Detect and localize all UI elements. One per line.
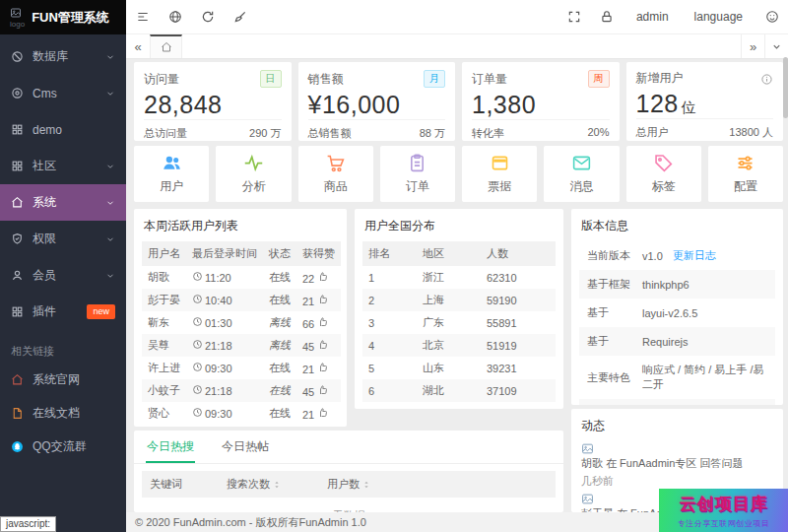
column-header: 关键词	[150, 477, 182, 492]
watermark-subtitle: 专注分享互联网创业项目	[678, 518, 770, 529]
column-header: 人数	[481, 241, 556, 266]
sidebar-item-label: 社区	[33, 158, 56, 174]
sidebar-item-system[interactable]: 系统	[0, 184, 126, 221]
version-row: 主要特色响应式 / 简约 / 易上手 /易二开	[579, 356, 775, 399]
clock-icon	[192, 294, 203, 304]
home-icon	[11, 196, 24, 209]
sidebar-item-database[interactable]: 数据库	[0, 38, 126, 75]
link-status-tooltip: javascript:	[0, 516, 56, 532]
column-header: 获得赞	[296, 241, 341, 266]
quick-nav-settings[interactable]: 配置	[708, 146, 783, 202]
admin-menu[interactable]: admin	[624, 10, 682, 24]
quick-nav-messages[interactable]: 消息	[544, 146, 619, 202]
stat-card-sales: 销售额月 ¥16,000 总销售额88 万	[298, 62, 456, 141]
topbar: admin language	[126, 0, 788, 34]
stat-value: 28,848	[144, 91, 282, 119]
fullscreen-button[interactable]	[558, 0, 591, 34]
new-badge: new	[87, 304, 115, 319]
site-home-button[interactable]	[159, 0, 191, 34]
version-info-panel: 版本信息 当前版本v1.0更新日志 基于框架thinkphp6 基于layui-…	[571, 209, 783, 405]
table-row: 胡歌11:20在线22	[142, 266, 341, 289]
lock-screen-button[interactable]	[591, 0, 624, 34]
column-header: 状态	[263, 241, 296, 266]
version-row: 当前版本v1.0更新日志	[579, 241, 775, 270]
thumbs-up-icon	[317, 339, 329, 351]
tab-hot-search[interactable]: 今日热搜	[146, 431, 195, 463]
quick-nav-tags[interactable]: 标签	[626, 146, 701, 202]
broken-image-icon	[581, 442, 594, 455]
sidebar-item-community[interactable]: 社区	[0, 148, 126, 184]
stat-footer-value: 290 万	[249, 126, 281, 141]
hot-table-header: 关键词 搜索次数 用户数	[142, 471, 556, 498]
sort-icon[interactable]	[361, 480, 371, 490]
info-icon[interactable]	[760, 71, 773, 85]
activity-item: 胡歌 在 FunAadmin专区 回答问题 几秒前	[571, 441, 783, 492]
sidebar-item-addons[interactable]: 插件 new	[0, 294, 126, 330]
link-label: 系统官网	[33, 371, 80, 388]
broom-icon	[233, 10, 247, 24]
changelog-link[interactable]: 更新日志	[673, 248, 716, 263]
menu-icon	[136, 10, 150, 24]
quick-nav-goods[interactable]: 商品	[298, 146, 373, 202]
stat-card-orders: 订单量周 1,380 转化率20%	[462, 62, 620, 141]
refresh-button[interactable]	[191, 0, 224, 34]
thumbs-up-icon	[317, 407, 329, 419]
table-row: 彭于晏10:40在线21	[142, 289, 341, 311]
sidebar-section-title: 相关链接	[0, 330, 126, 363]
tabs-scroll-right-button[interactable]: »	[741, 34, 764, 58]
sidebar-item-label: 会员	[33, 267, 56, 284]
theme-button[interactable]	[755, 0, 788, 34]
version-row: 基于layui-v2.6.5	[579, 299, 775, 327]
user-icon	[11, 269, 24, 282]
tab-home[interactable]	[150, 34, 182, 58]
language-menu[interactable]: language	[682, 10, 755, 24]
table-row: 2上海59190	[362, 289, 556, 311]
chevron-down-icon	[105, 234, 115, 244]
quick-nav-users[interactable]: 用户	[134, 146, 209, 202]
sort-icon[interactable]	[272, 480, 282, 490]
stat-footer-label: 总用户	[636, 125, 669, 140]
watermark-overlay: 云创项目库 专注分享互联网创业项目	[659, 489, 788, 532]
sidebar-link-official-site[interactable]: 系统官网	[0, 363, 126, 396]
stat-title: 访问量	[144, 71, 179, 88]
version-row: 基于框架thinkphp6	[579, 270, 775, 299]
clear-cache-button[interactable]	[224, 0, 256, 34]
chevron-down-icon	[105, 162, 115, 171]
quick-label: 标签	[652, 178, 676, 195]
table-row: 1浙江62310	[362, 266, 556, 289]
logo-bar: logo FUN管理系统	[0, 0, 126, 34]
cart-icon	[325, 153, 346, 173]
quick-nav-orders[interactable]: 订单	[380, 146, 455, 202]
sidebar-link-online-docs[interactable]: 在线文档	[0, 396, 126, 430]
panel-title: 版本信息	[571, 209, 783, 241]
qq-icon	[11, 440, 24, 453]
sidebar-link-qq-group[interactable]: QQ交流群	[0, 430, 126, 463]
tabs-scroll-left-button[interactable]: «	[126, 34, 150, 58]
quick-nav-tickets[interactable]: 票据	[462, 146, 537, 202]
refresh-icon	[201, 10, 215, 24]
clock-icon	[192, 384, 203, 395]
stat-unit: 位	[682, 99, 697, 115]
quick-label: 分析	[241, 178, 265, 195]
collapse-menu-button[interactable]	[126, 0, 159, 34]
clock-icon	[192, 271, 203, 282]
active-users-panel: 本周活跃用户列表 用户名 最后登录时间 状态 获得赞 胡歌11:20在线22 彭…	[134, 209, 347, 427]
table-row: 贤心09:30在线21	[142, 402, 341, 425]
sidebar-item-demo[interactable]: demo	[0, 111, 126, 148]
stat-footer-label: 转化率	[472, 126, 504, 141]
vertical-scrollbar[interactable]	[783, 57, 788, 118]
pulse-icon	[243, 153, 264, 173]
tabs-more-button[interactable]	[764, 34, 788, 58]
quick-nav-analysis[interactable]: 分析	[216, 146, 291, 202]
users-icon	[162, 153, 182, 173]
mail-icon	[571, 153, 592, 173]
sidebar-item-permission[interactable]: 权限	[0, 221, 126, 257]
user-distribution-panel: 用户全国分布 排名 地区 人数 1浙江62310 2上海59190 3广东558…	[355, 209, 563, 409]
clock-icon	[192, 362, 203, 372]
sidebar-item-cms[interactable]: Cms	[0, 75, 126, 111]
distribution-table: 排名 地区 人数 1浙江62310 2上海59190 3广东55891 4北京5…	[362, 241, 556, 402]
sidebar-item-member[interactable]: 会员	[0, 257, 126, 294]
tab-hot-posts[interactable]: 今日热帖	[221, 431, 270, 463]
activity-text: 胡歌 在 FunAadmin专区 回答问题	[581, 456, 773, 471]
stat-value: 128	[636, 90, 679, 117]
